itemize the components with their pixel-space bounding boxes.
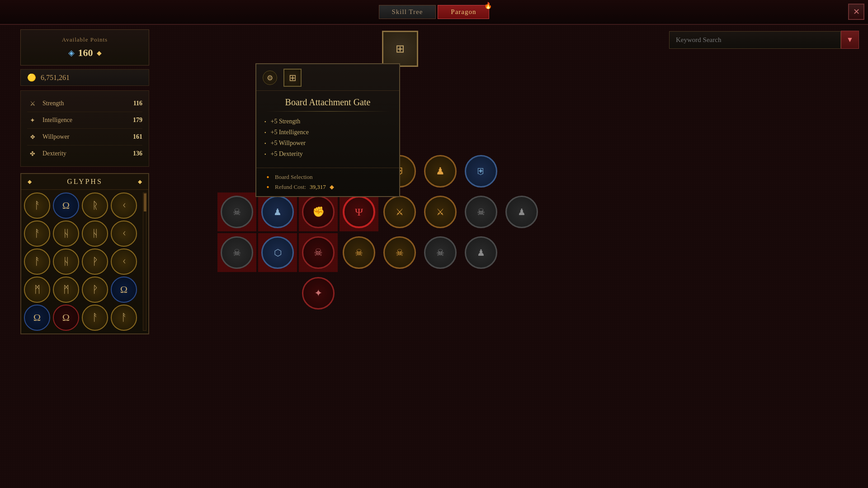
- glyph-5[interactable]: ᚨ: [24, 221, 50, 247]
- willpower-icon: ❖: [27, 131, 38, 142]
- top-bar: Skill Tree Paragon ✕: [0, 0, 868, 25]
- glyph-12[interactable]: ᚲ: [111, 249, 137, 275]
- glyphs-diamond-right: ◆: [138, 178, 142, 185]
- node-r5c6[interactable]: ☠: [421, 233, 460, 272]
- node-r2c8: [502, 111, 541, 150]
- stat-row-strength: ⚔ Strength 116: [27, 95, 142, 112]
- glyphs-header: ◆ GLYPHS ◆: [21, 174, 148, 190]
- available-points-title: Available Points: [29, 36, 141, 43]
- node-r5c8: [502, 233, 541, 272]
- keyword-dropdown-button[interactable]: ▼: [841, 31, 859, 49]
- node-r4c4[interactable]: Ψ: [340, 192, 378, 231]
- node-r6c4: [340, 274, 378, 313]
- node-r4c5[interactable]: ⚔: [380, 192, 419, 231]
- glyphs-panel: ◆ GLYPHS ◆ ᚨ Ω ᚱ ᚲ ᚨ ᚺ ᚺ ᚲ ᚨ ᚺ ᚹ ᚲ: [20, 173, 149, 334]
- bonus-3: • +5 Willpower: [264, 140, 391, 147]
- glyph-4[interactable]: ᚲ: [111, 192, 137, 219]
- node-r4c6[interactable]: ⚔: [421, 192, 460, 231]
- gold-row: 🟡 6,751,261: [20, 69, 149, 86]
- glyph-16[interactable]: Ω: [111, 277, 137, 303]
- node-r3c8: [502, 152, 541, 191]
- tooltip-footer: 🔸 Board Selection 🔸 Refund Cost: 39,317 …: [256, 168, 399, 196]
- node-r6c2: [258, 274, 297, 313]
- glyph-11[interactable]: ᚹ: [82, 249, 108, 275]
- node-r3c7[interactable]: ⛨: [462, 152, 500, 191]
- node-r6c3[interactable]: ✦: [299, 274, 338, 313]
- footer-board-selection[interactable]: 🔸 Board Selection: [264, 174, 391, 181]
- footer-refund-cost: 🔸 Refund Cost: 39,317 ◆: [264, 183, 391, 191]
- node-red-fist: ✊: [302, 196, 335, 228]
- node-r3c6[interactable]: ♟: [421, 152, 460, 191]
- glyph-20[interactable]: ᚨ: [111, 305, 137, 331]
- tab-paragon[interactable]: Paragon: [438, 5, 489, 19]
- scrollbar-track[interactable]: [143, 192, 146, 331]
- glyph-19[interactable]: ᚨ: [82, 305, 108, 331]
- node-r5c7[interactable]: ♟: [462, 233, 500, 272]
- node-r1c1: [217, 70, 256, 109]
- points-count: 160: [78, 47, 93, 59]
- tooltip-title: Board Attachment Gate: [256, 91, 399, 111]
- glyph-1[interactable]: ᚨ: [24, 192, 50, 219]
- tooltip-divider: [265, 111, 390, 112]
- node-gray-skull2: ☠: [465, 196, 497, 228]
- glyph-14[interactable]: ᛗ: [53, 277, 79, 303]
- glyph-8[interactable]: ᚲ: [111, 221, 137, 247]
- node-r2c9: [543, 111, 582, 150]
- scrollbar-thumb: [144, 193, 146, 211]
- node-r4c1[interactable]: ☠: [217, 192, 256, 231]
- points-row: ◈ 160 ◆: [29, 47, 141, 59]
- node-r6c8: [502, 274, 541, 313]
- keyword-search: ▼: [669, 31, 859, 49]
- bonus-text-2: +5 Intelligence: [271, 129, 309, 136]
- stat-value-dexterity: 136: [133, 150, 142, 157]
- node-r4c7[interactable]: ☠: [462, 192, 500, 231]
- node-r4c3[interactable]: ✊: [299, 192, 338, 231]
- glyph-10[interactable]: ᚺ: [53, 249, 79, 275]
- glyph-17[interactable]: Ω: [24, 305, 50, 331]
- node-r5c5[interactable]: ☠: [380, 233, 419, 272]
- node-r6c1: [217, 274, 256, 313]
- glyphs-diamond-left: ◆: [28, 178, 32, 185]
- node-gold-swords2: ⚔: [424, 196, 457, 228]
- node-r4c2[interactable]: ♟: [258, 192, 297, 231]
- node-r5c3[interactable]: ☠: [299, 233, 338, 272]
- tab-skill-tree[interactable]: Skill Tree: [379, 5, 436, 19]
- node-blue-figure2: ♟: [261, 196, 294, 228]
- glyph-7[interactable]: ᚺ: [82, 221, 108, 247]
- bullet-dot-2: •: [264, 130, 266, 135]
- bullet-dot-3: •: [264, 141, 266, 146]
- keyword-search-input[interactable]: [669, 31, 841, 49]
- glyph-18[interactable]: Ω: [53, 305, 79, 331]
- refund-icon: 🔸: [264, 184, 271, 191]
- node-blue-hands3: ⬡: [261, 236, 294, 269]
- node-gold-figure: ♟: [424, 155, 457, 188]
- node-r1c6: [421, 70, 460, 109]
- tooltip-icons: ⚙ ⊞: [256, 64, 399, 91]
- node-r3c1: [217, 152, 256, 191]
- node-r1c8: [502, 70, 541, 109]
- node-gray-skull: ☠: [221, 196, 253, 228]
- stat-value-willpower: 161: [133, 133, 142, 141]
- glyph-3[interactable]: ᚱ: [82, 192, 108, 219]
- node-gray-skull4: ☠: [424, 236, 457, 269]
- node-r5c1[interactable]: ☠: [217, 233, 256, 272]
- glyph-15[interactable]: ᚹ: [82, 277, 108, 303]
- node-r4c8[interactable]: ♟: [502, 192, 541, 231]
- top-gate-wrapper: ⊞: [382, 28, 418, 67]
- stats-box: ⚔ Strength 116 ✦ Intelligence 179 ❖ Will…: [20, 90, 149, 167]
- node-r1c7: [462, 70, 500, 109]
- top-gate-node[interactable]: ⊞: [382, 31, 418, 67]
- glyph-13[interactable]: ᛗ: [24, 277, 50, 303]
- glyph-2[interactable]: Ω: [53, 192, 79, 219]
- node-blue-shield: ⛨: [465, 155, 497, 188]
- node-r5c4[interactable]: ☠: [340, 233, 378, 272]
- bonus-text-1: +5 Strength: [271, 118, 301, 125]
- node-gold-swords: ⚔: [383, 196, 416, 228]
- node-r5c2[interactable]: ⬡: [258, 233, 297, 272]
- dexterity-icon: ✤: [27, 148, 38, 159]
- node-gray-figure: ♟: [505, 196, 538, 228]
- bullet-dot-4: •: [264, 152, 266, 157]
- close-button[interactable]: ✕: [848, 4, 864, 20]
- glyph-6[interactable]: ᚺ: [53, 221, 79, 247]
- glyph-9[interactable]: ᚨ: [24, 249, 50, 275]
